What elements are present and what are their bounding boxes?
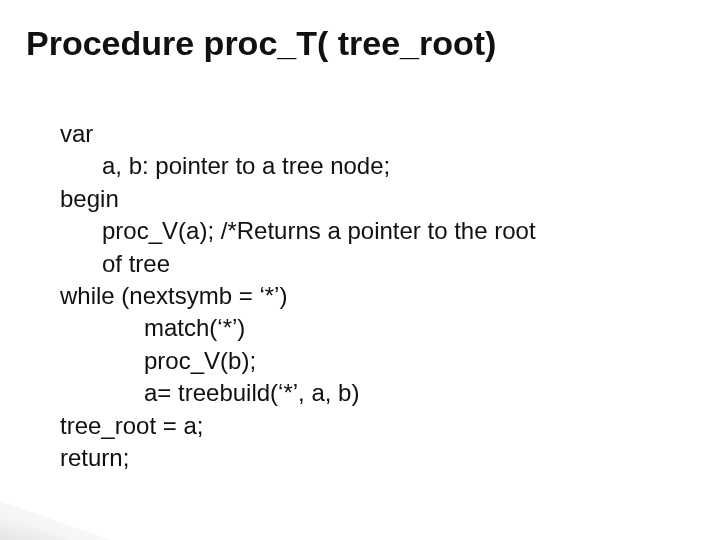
code-line: begin [60,183,680,215]
code-line: while (nextsymb = ‘*’) [60,280,680,312]
code-line: of tree [102,248,680,280]
svg-marker-0 [0,500,116,540]
slide-title: Procedure proc_T( tree_root) [26,24,496,63]
code-line: var [60,118,680,150]
code-line: tree_root = a; [60,410,680,442]
code-line: a= treebuild(‘*’, a, b) [144,377,680,409]
code-line: return; [60,442,680,474]
corner-accent-icon [0,490,138,540]
code-line: proc_V(b); [144,345,680,377]
code-line: match(‘*’) [144,312,680,344]
code-line: a, b: pointer to a tree node; [102,150,680,182]
slide: Procedure proc_T( tree_root) var a, b: p… [0,0,720,540]
svg-marker-1 [0,518,78,540]
code-line: proc_V(a); /*Returns a pointer to the ro… [102,215,680,247]
code-block: var a, b: pointer to a tree node; begin … [60,118,680,474]
